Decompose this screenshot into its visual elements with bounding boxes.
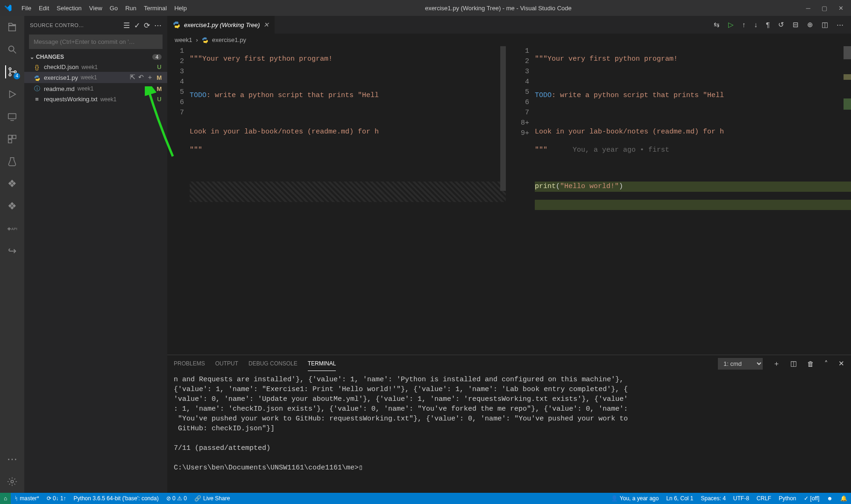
maximize-panel-icon[interactable]: ˄ (824, 359, 828, 368)
commit-message-input[interactable] (29, 35, 163, 49)
menu-help[interactable]: Help (170, 5, 191, 12)
file-status: U (156, 96, 163, 103)
code-right: """Your very first python program! TODO:… (535, 46, 851, 355)
svg-rect-8 (8, 140, 12, 143)
terminal-output[interactable]: n and Requests are installed'}, {'value'… (167, 372, 851, 493)
indentation[interactable]: Spaces: 4 (697, 495, 729, 502)
live-share[interactable]: 🔗 Live Share (191, 495, 234, 502)
discard-icon[interactable]: ↶ (138, 73, 144, 82)
bottom-panel: PROBLEMS OUTPUT DEBUG CONSOLE TERMINAL 1… (167, 355, 851, 493)
close-icon[interactable]: ✕ (838, 5, 844, 12)
file-status: U (156, 63, 163, 70)
stage-icon[interactable]: ＋ (147, 73, 153, 82)
ext3-icon[interactable]: ↪ (6, 245, 19, 258)
diff-right-pane[interactable]: 1 2 3 4 5 6 7 8+ 9+ """Your very first p… (512, 46, 851, 355)
tab-close-icon[interactable]: ✕ (263, 21, 269, 28)
new-terminal-icon[interactable]: ＋ (773, 359, 780, 368)
next-change-icon[interactable]: ↓ (754, 21, 758, 29)
refresh-icon[interactable]: ⟳ (144, 21, 150, 30)
menu-edit[interactable]: Edit (35, 5, 53, 12)
git-sync[interactable]: ⟳ 0↓ 1↑ (43, 495, 70, 502)
cursor-position[interactable]: Ln 6, Col 1 (662, 495, 697, 502)
testing-icon[interactable] (6, 155, 19, 168)
revert-icon[interactable]: ↺ (778, 21, 784, 29)
svg-line-1 (14, 51, 16, 54)
python-icon (173, 21, 180, 28)
encoding[interactable]: UTF-8 (730, 495, 753, 502)
language-mode[interactable]: Python (775, 495, 800, 502)
run-icon[interactable]: ▷ (728, 21, 734, 29)
svg-rect-7 (13, 135, 16, 139)
ext1-icon[interactable]: ❖ (6, 177, 19, 190)
feedback-icon[interactable]: ☻ (823, 495, 837, 502)
eol[interactable]: CRLF (753, 495, 775, 502)
minimize-icon[interactable]: ─ (806, 5, 810, 12)
menu-selection[interactable]: Selection (53, 5, 85, 12)
commit-icon[interactable]: ✓ (134, 21, 141, 30)
menu-go[interactable]: Go (106, 5, 121, 12)
editor-area: exercise1.py (Working Tree) ✕ ⇆ ▷ ↑ ↓ ¶ … (167, 16, 851, 493)
git-branch[interactable]: ᛋ master* (11, 495, 43, 502)
menu-run[interactable]: Run (121, 5, 140, 12)
remote-indicator[interactable]: ⌂ (0, 493, 11, 504)
run-debug-icon[interactable] (6, 88, 19, 101)
view-tree-icon[interactable]: ☰ (123, 21, 130, 30)
source-control-icon[interactable]: 4 (5, 65, 18, 78)
panel-tab-problems[interactable]: PROBLEMS (174, 357, 205, 371)
api-icon[interactable]: ❖API (6, 222, 19, 235)
kill-terminal-icon[interactable]: 🗑 (807, 360, 814, 368)
panel-tab-debug[interactable]: DEBUG CONSOLE (248, 357, 298, 371)
file-status: M (156, 85, 163, 92)
problems-status[interactable]: ⊘ 0 ⚠ 0 (163, 495, 191, 502)
scm-badge: 4 (14, 73, 20, 79)
gutter-right: 1 2 3 4 5 6 7 8+ 9+ (512, 46, 535, 355)
toggle-icon[interactable]: ⊟ (793, 21, 799, 29)
search-icon[interactable] (6, 43, 19, 56)
split-editor-icon[interactable]: ◫ (822, 21, 828, 29)
changes-section[interactable]: ⌄ CHANGES 4 (24, 52, 167, 62)
file-dir: week1 (81, 64, 98, 70)
scrollbar-left[interactable] (500, 46, 506, 191)
editor-tab[interactable]: exercise1.py (Working Tree) ✕ (167, 16, 275, 34)
menu-file[interactable]: File (18, 5, 35, 12)
svg-point-9 (11, 480, 14, 483)
more-actions-icon[interactable]: ⋯ (154, 21, 162, 30)
file-row-selected[interactable]: exercise1.py week1 ⇱ ↶ ＋ M (24, 72, 167, 83)
more-tab-icon[interactable]: ⋯ (837, 21, 844, 29)
terminal-selector[interactable]: 1: cmd (718, 358, 763, 370)
maximize-icon[interactable]: ▢ (822, 5, 827, 12)
menu-view[interactable]: View (85, 5, 106, 12)
breadcrumb-file: exercise1.py (212, 36, 246, 43)
file-row[interactable]: {} checkID.json week1 U (24, 62, 167, 72)
compare-changes-icon[interactable]: ⇆ (714, 21, 720, 29)
panel-tab-terminal[interactable]: TERMINAL (308, 357, 336, 371)
changes-label: CHANGES (36, 54, 64, 60)
ext2-icon[interactable]: ❖ (6, 200, 19, 213)
diff-left-pane[interactable]: 1 2 3 4 5 6 7 """Your very first python … (167, 46, 506, 355)
open-file-icon[interactable]: ⇱ (130, 73, 135, 82)
more-icon[interactable]: ⋯ (6, 453, 19, 466)
open-changes-icon[interactable]: ⊕ (807, 21, 813, 29)
close-panel-icon[interactable]: ✕ (838, 359, 844, 368)
extensions-icon[interactable] (6, 133, 19, 146)
minimap-marker (844, 98, 851, 110)
svg-rect-5 (8, 114, 16, 119)
git-blame-status[interactable]: 👤 You, a year ago (607, 495, 663, 502)
settings-gear-icon[interactable] (6, 475, 19, 488)
status-bar: ⌂ ᛋ master* ⟳ 0↓ 1↑ Python 3.6.5 64-bit … (0, 493, 851, 504)
file-row[interactable]: ⓘ readme.md week1 M (24, 83, 167, 94)
remote-explorer-icon[interactable] (6, 110, 19, 123)
file-row[interactable]: ≡ requestsWorking.txt week1 U (24, 94, 167, 104)
prev-change-icon[interactable]: ↑ (742, 21, 746, 29)
breadcrumb[interactable]: week1 › exercise1.py (167, 34, 851, 46)
split-terminal-icon[interactable]: ◫ (790, 359, 797, 368)
whitespace-icon[interactable]: ¶ (766, 21, 770, 29)
python-interpreter[interactable]: Python 3.6.5 64-bit ('base': conda) (70, 495, 163, 502)
window-title: exercise1.py (Working Tree) - me - Visua… (191, 5, 806, 12)
menu-terminal[interactable]: Terminal (140, 5, 170, 12)
notifications-icon[interactable]: 🔔 (837, 495, 851, 502)
sidebar: SOURCE CONTRO… ☰ ✓ ⟳ ⋯ ⌄ CHANGES 4 {} ch… (24, 16, 167, 493)
panel-tab-output[interactable]: OUTPUT (215, 357, 238, 371)
formatter-status[interactable]: ✓ [off] (800, 495, 823, 502)
explorer-icon[interactable] (6, 21, 19, 34)
